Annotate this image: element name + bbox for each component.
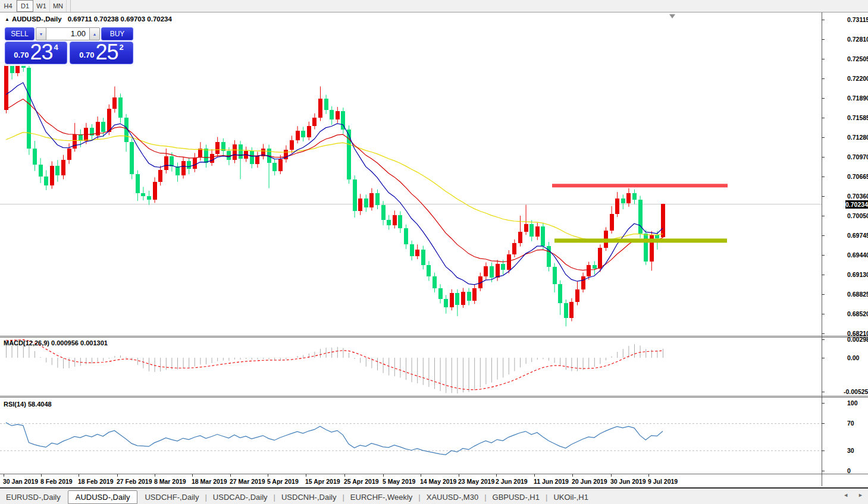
time-axis-label: 18 Feb 2019 [78, 478, 114, 485]
price-axis-label: 0.70970 [847, 153, 868, 160]
price-axis-label: 0.71280 [847, 134, 868, 141]
bull-candle [255, 156, 259, 164]
bear-candle [455, 293, 459, 304]
support-line[interactable] [554, 238, 727, 242]
bull-candle [50, 166, 54, 185]
bull-candle [415, 250, 419, 256]
time-axis-label: 14 May 2019 [420, 478, 456, 485]
bull-candle [153, 182, 157, 200]
time-axis-label: 20 Jun 2019 [572, 478, 607, 485]
sell-price-pips: 23 [30, 42, 53, 62]
bull-candle [278, 159, 283, 171]
bear-candle [398, 215, 402, 229]
rsi-axis-label: 0 [847, 467, 851, 474]
rsi-axis-label: 30 [847, 447, 854, 454]
bull-candle [193, 158, 197, 169]
tab-usdcad-daily[interactable]: USDCAD-,Daily [207, 491, 274, 503]
tab-gbpusd-h1[interactable]: GBPUSD-,H1 [487, 491, 546, 503]
bear-candle [33, 149, 37, 165]
bear-candle [644, 234, 648, 262]
bear-candle [375, 193, 380, 204]
bull-candle [307, 126, 311, 137]
macd-signal-line [6, 340, 663, 390]
rsi-indicator-label: RSI(14) 58.4048 [4, 401, 52, 408]
one-click-trade-panel: SELL ▼ 1.00 ▲ BUY 0.70 23 4 0.70 25 2 [4, 26, 134, 66]
bear-candle [558, 284, 562, 303]
buy-price-button[interactable]: 0.70 25 2 [70, 42, 133, 64]
price-axis-label: 0.70360 [847, 193, 868, 200]
rsi-axis-label: 70 [847, 420, 854, 427]
timeframe-button-w1[interactable]: W1 [33, 0, 50, 12]
bull-candle [512, 243, 516, 254]
volume-decrease-button[interactable]: ▼ [36, 27, 46, 40]
tab-scroll-left-icon[interactable]: ◄ [843, 492, 848, 498]
sell-price-button[interactable]: 0.70 23 4 [5, 42, 67, 64]
timeframe-button-mn[interactable]: MN [50, 0, 67, 12]
bear-candle [553, 267, 557, 284]
bear-candle [330, 110, 334, 119]
tab-scroll-right-icon[interactable]: ► [858, 492, 863, 498]
tab-usdchf-daily[interactable]: USDCHF-,Daily [139, 491, 205, 503]
tab-ukoil-h1[interactable]: UKOil-,H1 [547, 491, 594, 503]
bull-candle [358, 199, 362, 212]
tab-eurchf-weekly[interactable]: EURCHF-,Weekly [344, 491, 419, 503]
bear-candle [541, 226, 545, 245]
bear-candle [187, 161, 191, 169]
bear-candle [39, 165, 43, 177]
time-axis-label: 8 Mar 2019 [154, 478, 186, 485]
collapse-triangle-icon[interactable]: ▲ [5, 17, 10, 22]
bear-candle [638, 200, 643, 234]
bear-candle [529, 224, 534, 237]
resistance-line[interactable] [552, 184, 728, 187]
toolbar-separator [67, 0, 71, 12]
price-axis-label: 0.72810 [847, 36, 868, 43]
bull-candle [496, 264, 500, 278]
bear-candle [141, 193, 145, 196]
chart-shift-marker-icon[interactable] [669, 14, 675, 18]
buy-button[interactable]: BUY [101, 27, 133, 40]
bear-candle [347, 130, 351, 179]
bull-candle [369, 193, 374, 207]
bear-candle [324, 99, 328, 110]
bear-candle [381, 205, 386, 220]
bear-candle [136, 174, 140, 193]
timeframe-toolbar: H4D1W1MN [0, 0, 868, 12]
chart-canvas[interactable] [0, 0, 868, 504]
time-axis-label: 15 Apr 2019 [305, 478, 340, 485]
bear-candle [147, 196, 151, 200]
bull-candle [61, 160, 65, 175]
tab-audusd-daily[interactable]: AUDUSD-,Daily [68, 490, 138, 504]
bull-candle [158, 170, 162, 181]
bear-candle [27, 68, 31, 149]
time-axis-label: 5 May 2019 [383, 478, 415, 485]
timeframe-button-d1[interactable]: D1 [17, 0, 33, 12]
sell-button[interactable]: SELL [5, 27, 35, 40]
time-axis-label: 27 Feb 2019 [117, 478, 152, 485]
timeframe-button-h4[interactable]: H4 [0, 0, 17, 12]
price-axis-label: 0.72200 [847, 75, 868, 82]
volume-increase-button[interactable]: ▲ [89, 27, 100, 40]
bull-candle [312, 118, 317, 126]
bull-candle [507, 254, 511, 270]
bull-candle [587, 265, 591, 276]
bull-candle [472, 288, 477, 301]
fast-ma-line [6, 83, 663, 285]
price-axis-label: 0.70050 [847, 212, 868, 219]
bull-candle [73, 134, 77, 149]
bull-candle [233, 144, 237, 160]
bear-candle [655, 235, 659, 238]
bear-candle [79, 134, 83, 141]
chart-title: ▲AUDUSD-,Daily0.69711 0.70238 0.69703 0.… [5, 15, 172, 23]
tab-scroll-controls: ◄ ► [843, 492, 863, 498]
tab-eurusd-daily[interactable]: EURUSD-,Daily [0, 491, 67, 503]
volume-input[interactable]: 1.00 [46, 27, 89, 40]
bull-candle [393, 215, 397, 225]
tab-usdcnh-daily[interactable]: USDCNH-,Daily [275, 491, 342, 503]
bull-candle [461, 292, 465, 305]
macd-indicator-label: MACD(12,26,9) 0.000956 0.001301 [4, 339, 108, 346]
bull-candle [535, 226, 540, 237]
macd-axis-label: 0.002984 [847, 336, 868, 343]
bear-candle [632, 193, 637, 200]
tab-xauusd-m30[interactable]: XAUUSD-,M30 [421, 491, 484, 503]
bear-candle [467, 292, 471, 301]
